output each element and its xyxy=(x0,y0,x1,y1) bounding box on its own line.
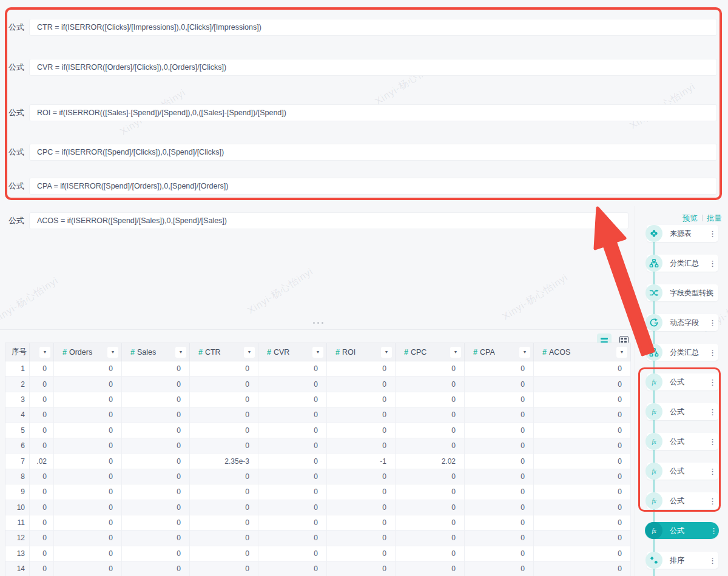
formula-expression-input[interactable]: ROI = if(ISERROR(([Sales]-[Spend])/[Spen… xyxy=(29,104,717,121)
formula-icon: fx xyxy=(645,492,662,509)
formula-expression-input[interactable]: CPA = if(ISERROR([Spend]/[Orders]),0,[Sp… xyxy=(29,178,717,195)
step-item-来源表[interactable]: 来源表⋮ xyxy=(0,225,728,242)
formula-icon: fx xyxy=(645,463,662,480)
step-menu-icon[interactable]: ⋮ xyxy=(710,527,718,535)
step-label: 公式 xyxy=(670,496,684,506)
step-label: 公式 xyxy=(670,437,684,447)
svg-text:fx: fx xyxy=(652,409,656,415)
formula-row: 公式ROI = if(ISERROR(([Sales]-[Spend])/[Sp… xyxy=(0,104,728,121)
formula-icon: fx xyxy=(645,403,662,420)
formula-row-label: 公式 xyxy=(8,107,24,118)
step-item-公式[interactable]: fx公式⋮ xyxy=(0,463,728,480)
formula-icon: fx xyxy=(645,373,662,390)
step-item-排序[interactable]: 排序⋮ xyxy=(0,552,728,569)
svg-text:fx: fx xyxy=(652,498,656,504)
formula-row: 公式CVR = if(ISERROR([Orders]/[Clicks]),0,… xyxy=(0,59,728,76)
formula-icon: fx xyxy=(645,433,662,450)
links-separator xyxy=(702,215,703,221)
svg-text:fx: fx xyxy=(652,438,656,445)
formula-row: 公式CPC = if(ISERROR([Spend]/[Clicks]),0,[… xyxy=(0,144,728,161)
step-menu-icon[interactable]: ⋮ xyxy=(709,467,716,475)
step-label: 排序 xyxy=(670,555,684,566)
step-item-分类汇总[interactable]: 分类汇总⋮ xyxy=(0,344,728,361)
step-menu-icon[interactable]: ⋮ xyxy=(709,349,716,357)
step-label: 公式 xyxy=(670,466,684,477)
type-convert-icon xyxy=(645,284,662,301)
etl-preview-page: Xinyi-杨心怡inyiXinyi-杨心怡inyiXinyi-杨心怡inyiX… xyxy=(0,0,728,576)
step-label: 动态字段 xyxy=(670,318,699,328)
step-item-公式[interactable]: fx公式⋮ xyxy=(0,433,728,450)
sidebar-links: 预览批量 xyxy=(636,213,722,224)
formula-expression-input[interactable]: CTR = if(ISERROR([Clicks]/[Impressions])… xyxy=(29,19,717,36)
step-label: 公式 xyxy=(670,526,684,536)
sort-icon xyxy=(645,552,662,569)
formula-row-label: 公式 xyxy=(8,147,24,158)
formula-row-label: 公式 xyxy=(8,181,24,192)
step-item-公式[interactable]: fx公式⋮ xyxy=(0,492,728,509)
step-label: 分类汇总 xyxy=(670,347,699,358)
group-summary-icon xyxy=(645,344,662,361)
formula-row-label: 公式 xyxy=(8,22,24,33)
dynamic-field-icon xyxy=(645,314,662,331)
svg-text:fx: fx xyxy=(652,468,656,475)
formula-expression-input[interactable]: CVR = if(ISERROR([Orders]/[Clicks]),0,[O… xyxy=(29,59,717,76)
step-menu-icon[interactable]: ⋮ xyxy=(709,260,716,267)
step-menu-icon[interactable]: ⋮ xyxy=(709,289,716,297)
step-item-动态字段[interactable]: 动态字段⋮ xyxy=(0,314,728,331)
step-label: 公式 xyxy=(670,407,684,417)
source-table-icon xyxy=(645,225,662,242)
formula-row: 公式CTR = if(ISERROR([Clicks]/[Impressions… xyxy=(0,19,728,36)
step-item-字段类型转换[interactable]: 字段类型转换⋮ xyxy=(0,284,728,301)
formula-expression-input[interactable]: CPC = if(ISERROR([Spend]/[Clicks]),0,[Sp… xyxy=(29,144,717,161)
svg-text:fx: fx xyxy=(652,379,656,386)
step-label: 分类汇总 xyxy=(670,258,699,269)
step-menu-icon[interactable]: ⋮ xyxy=(709,497,716,505)
svg-text:fx: fx xyxy=(652,527,656,534)
step-menu-icon[interactable]: ⋮ xyxy=(709,230,716,238)
group-summary-icon xyxy=(645,255,662,272)
step-menu-icon[interactable]: ⋮ xyxy=(709,557,716,564)
step-menu-icon[interactable]: ⋮ xyxy=(709,408,716,416)
step-item-公式[interactable]: fx公式⋮ xyxy=(0,403,728,420)
formula-row: 公式CPA = if(ISERROR([Spend]/[Orders]),0,[… xyxy=(0,178,728,195)
formula-row-label: 公式 xyxy=(8,62,24,73)
formula-icon: fx xyxy=(645,522,662,539)
step-menu-icon[interactable]: ⋮ xyxy=(709,319,716,327)
formula-rows-highlight-box xyxy=(5,7,722,200)
step-menu-icon[interactable]: ⋮ xyxy=(709,378,716,386)
batch-link[interactable]: 批量 xyxy=(707,214,722,223)
step-item-公式[interactable]: fx公式⋮ xyxy=(0,522,728,539)
step-label: 来源表 xyxy=(670,229,692,239)
preview-link[interactable]: 预览 xyxy=(682,214,698,223)
step-item-分类汇总[interactable]: 分类汇总⋮ xyxy=(0,255,728,272)
step-label: 公式 xyxy=(670,377,684,387)
step-menu-icon[interactable]: ⋮ xyxy=(709,438,716,446)
step-item-公式[interactable]: fx公式⋮ xyxy=(0,373,728,390)
step-label: 字段类型转换 xyxy=(670,288,713,298)
